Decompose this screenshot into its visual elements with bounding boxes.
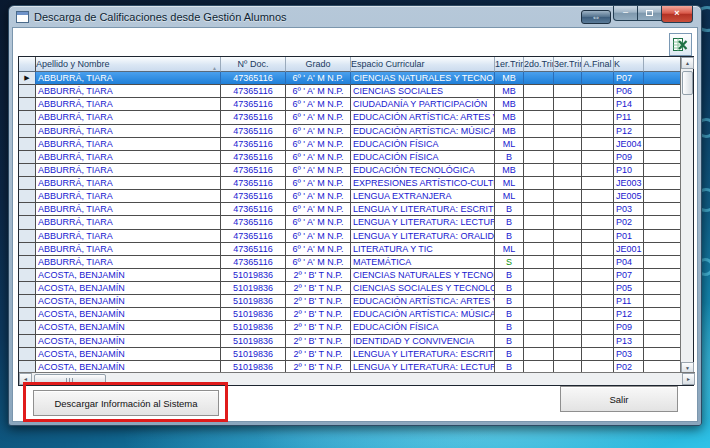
cell-trim3[interactable] xyxy=(554,151,582,164)
cell-trim1[interactable]: B xyxy=(495,282,524,295)
cell-doc[interactable]: 47365116 xyxy=(221,151,286,164)
row-selector[interactable] xyxy=(19,230,36,243)
cell-trim1[interactable]: ML xyxy=(495,138,524,151)
cell-a-final[interactable] xyxy=(582,335,614,348)
maximize-button[interactable] xyxy=(637,6,662,21)
row-selector[interactable] xyxy=(19,321,36,334)
cell-a-final[interactable] xyxy=(582,321,614,334)
scroll-right-icon[interactable]: ► xyxy=(682,373,695,385)
cell-a-final[interactable] xyxy=(582,190,614,203)
cell-espacio-curricular[interactable]: LITERATURA Y TIC xyxy=(351,243,495,256)
row-selector[interactable] xyxy=(19,111,36,124)
header-espacio-curricular[interactable]: Espacio Curricular xyxy=(351,57,495,72)
cell-k[interactable]: P03 xyxy=(614,203,644,216)
cell-nombre[interactable]: ACOSTA, BENJAMÍN xyxy=(36,348,221,361)
cell-trim1[interactable]: B xyxy=(495,216,524,229)
row-selector[interactable] xyxy=(19,125,36,138)
header-empty[interactable] xyxy=(644,57,682,72)
cell-trim1[interactable]: B xyxy=(495,203,524,216)
cell-empty[interactable] xyxy=(644,335,682,348)
table-row[interactable]: ACOSTA, BENJAMÍN510198362º ' B' T N.P.CI… xyxy=(19,269,682,282)
cell-k[interactable]: P07 xyxy=(614,269,644,282)
table-row[interactable]: ABBURRÁ, TIARA473651166º ' A' M N.P.EDUC… xyxy=(19,111,682,124)
cell-doc[interactable]: 47365116 xyxy=(221,216,286,229)
cell-trim2[interactable] xyxy=(524,256,554,269)
cell-grado[interactable]: 6º ' A' M N.P. xyxy=(286,125,351,138)
cell-doc[interactable]: 47365116 xyxy=(221,125,286,138)
cell-doc[interactable]: 47365116 xyxy=(221,72,286,85)
cell-trim3[interactable] xyxy=(554,216,582,229)
cell-a-final[interactable] xyxy=(582,295,614,308)
cell-nombre[interactable]: ABBURRÁ, TIARA xyxy=(36,151,221,164)
cell-doc[interactable]: 47365116 xyxy=(221,111,286,124)
cell-doc[interactable]: 51019836 xyxy=(221,282,286,295)
cell-trim2[interactable] xyxy=(524,164,554,177)
cell-grado[interactable]: 6º ' A' M N.P. xyxy=(286,85,351,98)
cell-empty[interactable] xyxy=(644,295,682,308)
cell-empty[interactable] xyxy=(644,164,682,177)
table-row[interactable]: ABBURRÁ, TIARA473651166º ' A' M N.P.EXPR… xyxy=(19,177,682,190)
cell-trim1[interactable]: ML xyxy=(495,177,524,190)
cell-trim3[interactable] xyxy=(554,256,582,269)
cell-trim1[interactable]: S xyxy=(495,256,524,269)
cell-espacio-curricular[interactable]: EDUCACIÓN ARTÍSTICA: ARTES VISUALES xyxy=(351,295,495,308)
cell-trim3[interactable] xyxy=(554,98,582,111)
cell-espacio-curricular[interactable]: EDUCACIÓN ARTÍSTICA: MÚSICA xyxy=(351,125,495,138)
cell-nombre[interactable]: ABBURRÁ, TIARA xyxy=(36,203,221,216)
cell-empty[interactable] xyxy=(644,269,682,282)
cell-trim2[interactable] xyxy=(524,216,554,229)
cell-k[interactable]: P14 xyxy=(614,98,644,111)
cell-empty[interactable] xyxy=(644,321,682,334)
cell-nombre[interactable]: ACOSTA, BENJAMÍN xyxy=(36,295,221,308)
cell-empty[interactable] xyxy=(644,72,682,85)
cell-k[interactable]: JE001 xyxy=(614,243,644,256)
cell-espacio-curricular[interactable]: LENGUA EXTRANJERA xyxy=(351,190,495,203)
cell-trim1[interactable]: MB xyxy=(495,72,524,85)
cell-grado[interactable]: 6º ' A' M N.P. xyxy=(286,203,351,216)
cell-a-final[interactable] xyxy=(582,151,614,164)
cell-grado[interactable]: 6º ' A' M N.P. xyxy=(286,164,351,177)
cell-a-final[interactable] xyxy=(582,98,614,111)
table-row[interactable]: ABBURRÁ, TIARA473651166º ' A' M N.P.LENG… xyxy=(19,230,682,243)
cell-trim1[interactable]: ML xyxy=(495,190,524,203)
cell-trim2[interactable] xyxy=(524,203,554,216)
cell-grado[interactable]: 2º ' B' T N.P. xyxy=(286,335,351,348)
table-row[interactable]: ABBURRÁ, TIARA473651166º ' A' M N.P.LITE… xyxy=(19,243,682,256)
header-k[interactable]: K xyxy=(614,57,644,72)
table-row[interactable]: ABBURRÁ, TIARA473651166º ' A' M N.P.EDUC… xyxy=(19,151,682,164)
cell-nombre[interactable]: ABBURRÁ, TIARA xyxy=(36,111,221,124)
cell-empty[interactable] xyxy=(644,348,682,361)
cell-espacio-curricular[interactable]: MATEMÁTICA xyxy=(351,256,495,269)
cell-nombre[interactable]: ABBURRÁ, TIARA xyxy=(36,190,221,203)
cell-empty[interactable] xyxy=(644,203,682,216)
cell-a-final[interactable] xyxy=(582,256,614,269)
cell-doc[interactable]: 47365116 xyxy=(221,256,286,269)
cell-trim2[interactable] xyxy=(524,190,554,203)
cell-nombre[interactable]: ACOSTA, BENJAMÍN xyxy=(36,321,221,334)
table-row[interactable]: ABBURRÁ, TIARA473651166º ' A' M N.P.EDUC… xyxy=(19,164,682,177)
exit-button[interactable]: Salir xyxy=(560,386,678,412)
cell-trim3[interactable] xyxy=(554,164,582,177)
header-num-doc[interactable]: Nº Doc. xyxy=(221,57,286,72)
cell-a-final[interactable] xyxy=(582,177,614,190)
cell-grado[interactable]: 2º ' B' T N.P. xyxy=(286,321,351,334)
cell-doc[interactable]: 47365116 xyxy=(221,138,286,151)
cell-empty[interactable] xyxy=(644,111,682,124)
cell-doc[interactable]: 47365116 xyxy=(221,85,286,98)
cell-a-final[interactable] xyxy=(582,282,614,295)
cell-doc[interactable]: 47365116 xyxy=(221,177,286,190)
cell-trim2[interactable] xyxy=(524,138,554,151)
cell-k[interactable]: JE004 xyxy=(614,138,644,151)
row-selector[interactable] xyxy=(19,256,36,269)
cell-k[interactable]: P02 xyxy=(614,216,644,229)
table-row[interactable]: ACOSTA, BENJAMÍN510198362º ' B' T N.P.ID… xyxy=(19,335,682,348)
cell-espacio-curricular[interactable]: EDUCACIÓN FÍSICA xyxy=(351,321,495,334)
cell-grado[interactable]: 2º ' B' T N.P. xyxy=(286,308,351,321)
cell-trim2[interactable] xyxy=(524,335,554,348)
cell-empty[interactable] xyxy=(644,190,682,203)
cell-nombre[interactable]: ABBURRÁ, TIARA xyxy=(36,216,221,229)
cell-espacio-curricular[interactable]: EXPRESIONES ARTÍSTICO-CULTURALES xyxy=(351,177,495,190)
cell-trim1[interactable]: B xyxy=(495,295,524,308)
cell-doc[interactable]: 51019836 xyxy=(221,335,286,348)
table-row[interactable]: ABBURRÁ, TIARA473651166º ' A' M N.P.EDUC… xyxy=(19,125,682,138)
